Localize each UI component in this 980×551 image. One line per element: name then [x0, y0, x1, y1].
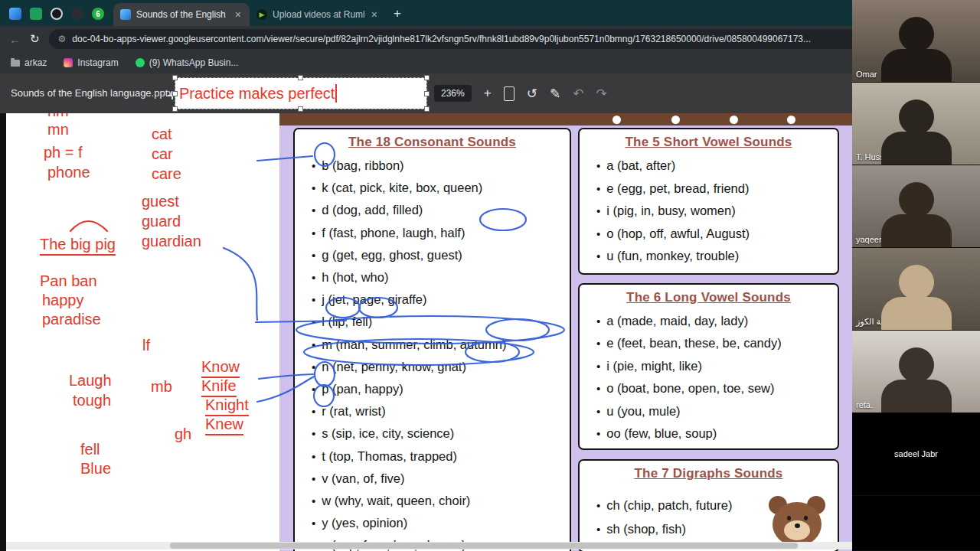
participant-tile[interactable]: نهلة الكوز [852, 248, 980, 330]
annotate-pen-icon[interactable]: ✎ [550, 86, 560, 102]
consonant-list: •b (bag, ribbon)•k (cat, pick, kite, box… [295, 153, 570, 551]
sound-item: •d (dog, add, filled) [312, 199, 567, 221]
scrollbar-thumb[interactable] [170, 543, 798, 549]
participant-name: T. Hussein Tawalbeh [856, 152, 933, 161]
resize-handle[interactable] [172, 75, 178, 80]
sound-item: •u (fun, monkey, trouble) [596, 245, 835, 268]
new-tab-button[interactable]: + [394, 6, 401, 21]
consonant-sounds-panel: The 18 Consonant Sounds •b (bag, ribbon)… [293, 128, 571, 551]
site-settings-icon[interactable]: ⚙ [58, 34, 67, 44]
red-annotation: happy [42, 292, 84, 309]
sound-item: •t (top, Thomas, trapped) [312, 445, 567, 468]
long-vowel-list: •a (made, maid, day, lady)•e (feet, bean… [580, 308, 838, 445]
bookmark-label: (9) WhatsApp Busin... [149, 57, 239, 68]
banner-dot [671, 116, 680, 124]
red-annotation: mb [151, 378, 172, 396]
red-annotation: phone [47, 164, 90, 181]
red-annotation: care [152, 165, 181, 183]
address-bar[interactable]: ⚙ doc-04-bo-apps-viewer.googleuserconten… [49, 29, 898, 49]
refresh-icon[interactable]: ↻ [30, 32, 40, 46]
participant-tile[interactable]: sadeel Jabr [852, 413, 980, 495]
sound-item: •p (pan, happy) [312, 378, 567, 400]
zoom-level[interactable]: 236% [434, 85, 472, 102]
sound-item: •u (you, mule) [596, 400, 835, 422]
close-tab-icon[interactable]: × [234, 9, 243, 20]
annotation-textbox[interactable]: Practice makes perfect [175, 78, 426, 109]
rumble-favicon: ▶ [256, 9, 267, 20]
participant-tile[interactable]: yaqeen jabali [852, 165, 980, 247]
panel-title: The 6 Long Vowel Sounds [583, 290, 835, 305]
resize-handle[interactable] [298, 75, 303, 80]
viewer-left-edge [0, 113, 6, 551]
resize-handle[interactable] [298, 106, 303, 112]
red-annotation: ph = f [44, 144, 83, 161]
sound-item: •k (cat, pick, kite, box, queen) [312, 177, 567, 199]
red-annotation: Laugh [69, 372, 112, 390]
participant-name: reta. [856, 400, 873, 409]
sound-item: •s (sip, ice, city, science) [312, 422, 567, 445]
sound-item: •e (feet, bean, these, be, candy) [596, 332, 835, 354]
meeting-participants-sidebar: OmarT. Hussein Tawalbehyaqeen jabaliنهلة… [852, 0, 980, 551]
bookmark-instagram[interactable]: Instagram [64, 57, 118, 68]
resize-handle[interactable] [424, 91, 430, 96]
red-annotation: cat [152, 126, 172, 143]
red-annotation: guardian [142, 233, 201, 250]
pdf-document-title: Sounds of the English language.pptx [11, 73, 173, 113]
tab-rumble-upload[interactable]: ▶ Upload videos at Rumble × [250, 3, 386, 26]
participant-tile[interactable]: reta. [852, 331, 980, 412]
banner-dot [612, 116, 621, 124]
participant-tile[interactable]: T. Hussein Tawalbeh [852, 83, 980, 165]
redo-icon[interactable]: ↷ [596, 86, 606, 102]
sound-item: •y (yes, opinion) [312, 512, 567, 534]
sound-item: •m (man, summer, climb, autumn) [312, 334, 567, 356]
rotate-icon[interactable]: ↺ [527, 86, 537, 102]
red-annotation: Knew [205, 416, 243, 435]
back-icon[interactable]: ← [9, 33, 21, 46]
sound-item: •b (bag, ribbon) [312, 155, 567, 177]
horizontal-scrollbar[interactable] [6, 542, 852, 549]
participant-name: Omar [856, 70, 877, 79]
annotation-text: Practice makes perfect [179, 85, 335, 103]
pinned-tab-badge-icon[interactable]: 6 [92, 8, 104, 20]
banner-dot [787, 116, 795, 124]
zoom-in-icon[interactable]: + [484, 86, 492, 101]
document-favicon [120, 9, 131, 20]
sound-item: •e (egg, pet, bread, friend) [596, 178, 835, 201]
red-annotation: paradise [42, 311, 101, 328]
resize-handle[interactable] [172, 106, 178, 112]
sound-item: •o (boat, bone, open, toe, sew) [596, 377, 835, 399]
panel-title: The 5 Short Vowel Sounds [583, 135, 835, 150]
pinned-tab-dark-icon-2[interactable] [71, 8, 83, 20]
red-annotation: lf [142, 337, 150, 354]
red-annotation: tough [73, 392, 111, 409]
close-tab-icon[interactable]: × [370, 9, 379, 20]
pdf-viewer-toolbar: Sounds of the English language.pptx Prac… [0, 73, 980, 113]
bookmark-arkaz[interactable]: arkaz [11, 57, 47, 68]
short-vowel-list: •a (bat, after)•e (egg, pet, bread, frie… [580, 153, 838, 268]
url-text: doc-04-bo-apps-viewer.googleusercontent.… [72, 34, 811, 44]
sound-item: •g (get, egg, ghost, guest) [312, 244, 567, 266]
participant-tile[interactable]: Omar [852, 0, 980, 82]
red-annotation: gh [175, 425, 191, 443]
red-annotation: guard [142, 213, 181, 230]
sound-item: •a (bat, after) [596, 155, 835, 178]
pinned-tab-blue-icon[interactable] [9, 8, 21, 20]
instagram-icon [64, 58, 73, 67]
pinned-tab-green-icon[interactable] [30, 8, 42, 20]
page-fit-icon[interactable] [504, 86, 514, 101]
pinned-tabs: 6 [0, 8, 113, 26]
long-vowel-sounds-panel: The 6 Long Vowel Sounds •a (made, maid, … [578, 283, 839, 450]
undo-icon[interactable]: ↶ [573, 86, 583, 102]
resize-handle[interactable] [424, 106, 430, 112]
folder-icon [11, 60, 20, 67]
resize-handle[interactable] [172, 91, 178, 96]
red-annotation: guest [142, 193, 179, 210]
pdf-page-view: The 18 Consonant Sounds •b (bag, ribbon)… [0, 113, 980, 551]
sound-item: •i (pig, in, busy, women) [596, 200, 835, 223]
pinned-tab-dark-icon-1[interactable] [51, 8, 63, 20]
resize-handle[interactable] [424, 75, 430, 80]
tab-sounds-of-english[interactable]: Sounds of the English language × [113, 3, 250, 26]
bookmark-whatsapp[interactable]: (9) WhatsApp Busin... [136, 57, 239, 68]
red-annotation: Knight [205, 396, 249, 416]
participant-name: نهلة الكوز [856, 317, 890, 327]
